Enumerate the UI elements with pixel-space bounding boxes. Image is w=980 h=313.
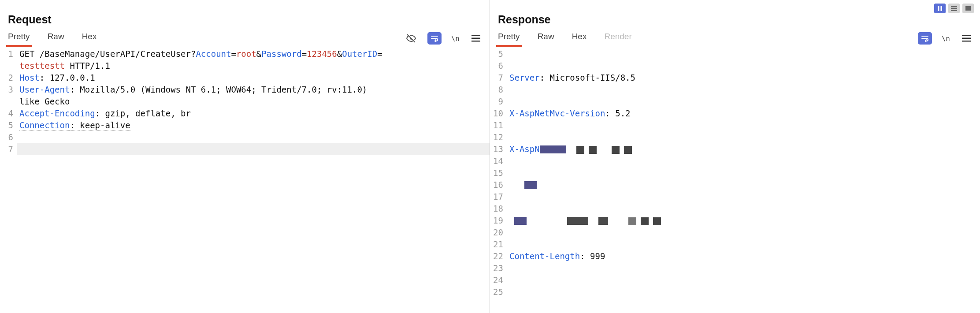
tab-raw[interactable]: Raw — [538, 32, 554, 45]
response-gutter: 5678910111213141516171819202122232425 — [490, 48, 507, 313]
tab-hex[interactable]: Hex — [572, 32, 587, 45]
code-line[interactable]: Accept-Encoding: gzip, deflate, br — [17, 108, 490, 119]
svg-rect-10 — [962, 38, 971, 39]
tab-raw[interactable]: Raw — [48, 32, 64, 45]
request-editor[interactable]: 1234567 GET /BaseManage/UserAPI/CreateUs… — [0, 46, 490, 313]
request-title: Request — [0, 0, 490, 30]
response-editor[interactable]: 5678910111213141516171819202122232425 Se… — [490, 46, 980, 313]
response-title: Response — [490, 0, 980, 30]
code-line[interactable]: Connection: keep-alive — [17, 119, 490, 131]
code-line[interactable]: testtestt HTTP/1.1 — [17, 60, 490, 72]
code-line[interactable]: like Gecko — [17, 96, 490, 108]
tab-pretty[interactable]: Pretty — [498, 32, 520, 45]
svg-rect-6 — [471, 35, 480, 36]
wrap-lines-button[interactable] — [918, 32, 932, 45]
code-line[interactable]: User-Agent: Mozilla/5.0 (Windows NT 6.1;… — [17, 84, 490, 96]
code-line[interactable] — [17, 143, 490, 155]
request-panel: Request Pretty Raw Hex — [0, 0, 490, 313]
newline-toggle[interactable]: \n — [451, 34, 460, 43]
request-gutter: 1234567 — [0, 48, 17, 313]
response-tabbar: Pretty Raw Hex Render \n — [490, 30, 980, 46]
wrap-lines-button[interactable] — [427, 32, 442, 45]
svg-rect-9 — [962, 35, 971, 36]
hamburger-icon[interactable] — [469, 33, 483, 44]
tab-hex[interactable]: Hex — [82, 32, 97, 45]
svg-rect-11 — [962, 41, 971, 42]
code-line[interactable] — [17, 131, 490, 143]
code-line[interactable]: GET /BaseManage/UserAPI/CreateUser?Accou… — [17, 48, 490, 60]
tab-render[interactable]: Render — [604, 32, 631, 45]
code-line[interactable]: Host: 127.0.0.1 — [17, 72, 490, 84]
hamburger-icon[interactable] — [960, 33, 973, 44]
svg-rect-8 — [471, 41, 480, 42]
response-panel: Response Pretty Raw Hex Render \n — [490, 0, 980, 313]
tab-pretty[interactable]: Pretty — [8, 32, 30, 45]
newline-toggle[interactable]: \n — [942, 34, 950, 43]
visibility-off-icon[interactable] — [405, 33, 418, 44]
request-tabbar: Pretty Raw Hex \n — [0, 30, 490, 46]
svg-rect-7 — [471, 38, 480, 39]
